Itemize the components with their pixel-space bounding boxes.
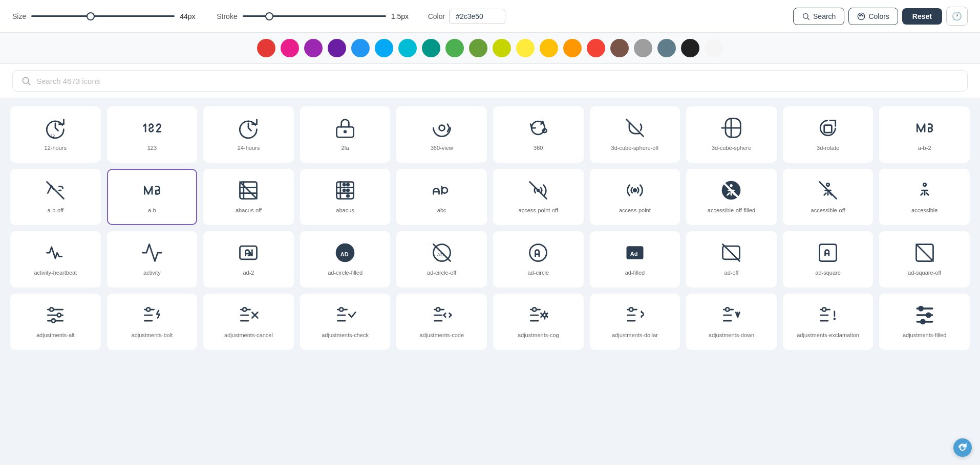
color-swatch[interactable] [398,39,417,57]
icon-label: abacus [336,207,354,214]
icon-card[interactable]: ad-square-off [879,231,970,287]
svg-point-22 [347,189,349,191]
color-swatch[interactable] [563,39,582,57]
icon-card[interactable]: adjustments-filled [879,294,970,350]
icon-card[interactable]: 360-view [396,106,487,163]
color-swatch[interactable] [610,39,629,57]
color-swatch[interactable] [705,39,723,57]
icon-card[interactable]: abacus-off [203,169,294,225]
color-swatch[interactable] [281,39,299,57]
size-slider[interactable] [31,15,175,17]
search-button[interactable]: Search [793,8,844,25]
icon-label: activity [143,269,161,276]
icon-card[interactable]: adjustments-exclamation [783,294,874,350]
icon-label: abacus-off [236,207,262,214]
color-swatch[interactable] [540,39,558,57]
svg-point-3 [860,15,861,16]
color-swatch[interactable] [257,39,275,57]
icon-card[interactable]: adjustments-alt [10,294,101,350]
color-swatch[interactable] [422,39,440,57]
icon-card[interactable]: accessible-off [783,169,874,225]
colors-button[interactable]: Colors [848,8,898,25]
svg-text:12: 12 [51,134,55,138]
stroke-slider[interactable] [243,15,386,17]
icon-card[interactable]: adjustments-code [396,294,487,350]
icon-svg-area [527,241,549,264]
icon-card[interactable]: a-b-off [10,169,101,225]
icon-card[interactable]: a-b-2 [879,106,970,163]
icon-card[interactable]: adjustments-bolt [107,294,198,350]
color-swatch[interactable] [634,39,652,57]
icon-card[interactable]: activity-heartbeat [10,231,101,287]
icon-card[interactable]: 3d-cube-sphere-off [590,106,680,163]
icon-card[interactable]: accessible-off-filled [686,169,777,225]
icon-card[interactable]: access-point-off [493,169,584,225]
icon-card[interactable]: adjustments-dollar [590,294,680,350]
timer-button[interactable]: 🕐 [946,7,968,26]
icon-card[interactable]: 123 [107,106,198,163]
color-control: Color [428,9,505,24]
size-value: 44px [180,12,200,20]
svg-line-32 [820,182,837,199]
icon-svg-area [624,117,646,139]
color-swatch[interactable] [681,39,699,57]
icon-card[interactable]: ad-square [783,231,874,287]
icon-card[interactable]: 24-hours [203,106,294,163]
icon-card[interactable]: activity [107,231,198,287]
svg-point-24 [347,195,349,197]
icon-card[interactable]: accessible [879,169,970,225]
svg-text:AD: AD [340,251,349,257]
color-swatch[interactable] [516,39,535,57]
icon-card[interactable]: 3d-rotate [783,106,874,163]
search-input[interactable] [36,77,959,85]
color-swatch[interactable] [304,39,323,57]
color-swatch[interactable] [493,39,511,57]
color-swatch[interactable] [445,39,464,57]
icon-svg-area [237,241,260,264]
icon-label: access-point-off [519,207,558,214]
icon-card[interactable]: 2fa [300,106,391,163]
icon-card[interactable]: ad-2 [203,231,294,287]
icon-card[interactable]: access-point [590,169,680,225]
icon-svg-area [334,179,356,202]
icon-card[interactable]: ad-circle [493,231,584,287]
color-label: Color [428,12,445,20]
icon-label: 3d-cube-sphere [712,144,751,151]
update-badge[interactable] [953,438,972,457]
size-label: Size [12,12,26,20]
icons-grid: 1212-hours12324-hours2fa360-view3603d-cu… [10,106,970,350]
svg-rect-34 [240,246,257,259]
icon-card[interactable]: Adad-filled [590,231,680,287]
icon-label: 360-view [431,144,453,151]
color-swatch[interactable] [657,39,676,57]
icon-card[interactable]: 360 [493,106,584,163]
icon-card[interactable]: ADad-circle-off [396,231,487,287]
icon-card[interactable]: adjustments-cancel [203,294,294,350]
color-swatch[interactable] [587,39,605,57]
top-buttons: Search Colors Reset 🕐 [793,7,968,26]
color-swatch[interactable] [351,39,370,57]
icon-card[interactable]: ADad-circle-filled [300,231,391,287]
color-hex-input[interactable] [449,9,505,24]
svg-rect-47 [820,245,837,261]
color-swatch[interactable] [375,39,393,57]
icon-card[interactable]: 3d-cube-sphere [686,106,777,163]
icon-card[interactable]: 1212-hours [10,106,101,163]
icon-card[interactable]: abc [396,169,487,225]
color-swatch[interactable] [328,39,346,57]
icon-svg-area [237,179,260,202]
svg-point-23 [343,189,345,191]
icon-card[interactable]: adjustments-cog [493,294,584,350]
icon-svg-area [237,117,260,139]
icon-label: adjustments-filled [903,331,947,339]
icon-svg-area [44,241,67,264]
icon-card[interactable]: adjustments-check [300,294,391,350]
reset-button[interactable]: Reset [902,8,942,25]
icon-card[interactable]: ad-off [686,231,777,287]
icon-svg-area [913,304,936,326]
svg-point-98 [918,306,924,312]
color-swatch[interactable] [469,39,487,57]
icon-card[interactable]: a-b [107,169,198,225]
icon-card[interactable]: adjustments-down [686,294,777,350]
icon-card[interactable]: abacus [300,169,391,225]
